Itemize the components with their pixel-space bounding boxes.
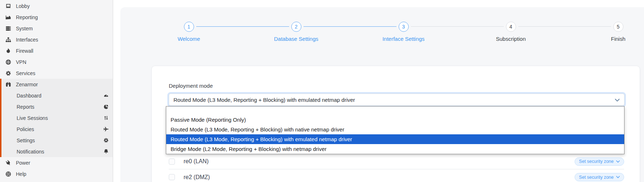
interface-name: re2 (DMZ) — [184, 174, 210, 181]
sidebar-item-notifications[interactable]: Notifications — [1, 146, 113, 157]
sidebar-item-zenarmor[interactable]: Zenarmor — [1, 79, 113, 90]
chevron-down-icon — [616, 176, 620, 178]
sidebar-item-label: Dashboard — [17, 93, 42, 99]
sidebar-item-lobby[interactable]: Lobby — [0, 0, 113, 12]
plane-icon — [103, 126, 109, 132]
set-security-zone-button[interactable]: Set security zone — [575, 157, 624, 166]
step-database-settings[interactable]: 2 Database Settings — [242, 22, 350, 42]
sidebar-item-label: Live Sessions — [17, 115, 48, 121]
pie-chart-icon — [103, 104, 109, 109]
sidebar-item-label: Interfaces — [16, 37, 38, 43]
step-subscription[interactable]: 4 Subscription — [457, 22, 564, 42]
sidebar-item-label: Services — [16, 70, 35, 76]
area-chart-icon — [5, 14, 12, 20]
step-label: Welcome — [177, 36, 200, 42]
sitemap-icon — [5, 37, 12, 43]
sidebar-item-label: VPN — [16, 59, 26, 65]
sidebar-item-settings[interactable]: Settings — [1, 135, 113, 146]
plug-icon — [5, 160, 12, 166]
interface-checkbox[interactable] — [169, 174, 175, 180]
exchange-icon — [103, 115, 109, 121]
sidebar-item-label: Policies — [17, 126, 34, 132]
sidebar-item-policies[interactable]: Policies — [1, 124, 113, 135]
sidebar-item-label: System — [16, 26, 33, 31]
step-interface-settings[interactable]: 3 Interface Settings — [350, 22, 457, 42]
step-label: Interface Settings — [382, 36, 425, 42]
life-ring-icon — [5, 171, 12, 177]
step-label: Finish — [611, 36, 625, 42]
wizard-panel: 1 Welcome 2 Database Settings 3 Interfac… — [120, 7, 644, 182]
sidebar-item-system[interactable]: System — [0, 23, 113, 34]
gauge-icon — [103, 93, 109, 98]
server-icon — [5, 26, 12, 31]
step-connector — [196, 26, 289, 27]
sidebar-item-label: Lobby — [16, 3, 30, 9]
sidebar-item-label: Power — [16, 160, 30, 166]
sidebar-item-dashboard[interactable]: Dashboard — [1, 90, 113, 101]
dropdown-option-routed-emulated[interactable]: Routed Mode (L3 Mode, Reporting + Blocki… — [166, 134, 624, 144]
sidebar-item-help[interactable]: Help — [0, 168, 113, 179]
step-connector — [411, 26, 504, 27]
step-label: Subscription — [496, 36, 526, 42]
deployment-mode-select[interactable]: Routed Mode (L3 Mode, Reporting + Blocki… — [169, 94, 624, 106]
bell-icon — [103, 149, 109, 154]
sidebar-item-services[interactable]: Services — [0, 68, 113, 79]
gear-icon — [5, 70, 12, 76]
sidebar-item-vpn[interactable]: VPN — [0, 56, 113, 68]
chevron-down-icon — [616, 160, 620, 163]
interface-name: re0 (LAN) — [184, 158, 209, 165]
binoculars-icon — [5, 82, 12, 87]
interface-checkbox[interactable] — [169, 159, 175, 165]
step-number: 1 — [184, 22, 194, 32]
sidebar-item-label: Notifications — [17, 149, 44, 155]
step-number: 3 — [399, 22, 409, 32]
gear-icon — [103, 138, 109, 143]
sidebar-item-reporting[interactable]: Reporting — [0, 12, 113, 23]
dropdown-option-routed-native[interactable]: Routed Mode (L3 Mode, Reporting + Blocki… — [166, 125, 624, 134]
step-number: 4 — [506, 22, 516, 32]
sidebar-item-label: Reports — [17, 104, 34, 110]
step-welcome[interactable]: 1 Welcome — [135, 22, 242, 42]
dropdown-option-bridge[interactable]: Bridge Mode (L2 Mode, Reporting + Blocki… — [166, 144, 624, 154]
sidebar-item-label: Reporting — [16, 14, 38, 20]
sidebar: Lobby Reporting System Interfaces Firewa… — [0, 0, 113, 182]
sidebar-item-power[interactable]: Power — [0, 157, 113, 168]
laptop-icon — [5, 3, 12, 9]
set-security-zone-button[interactable]: Set security zone — [575, 173, 624, 181]
chevron-down-icon — [615, 97, 620, 103]
sidebar-item-interfaces[interactable]: Interfaces — [0, 34, 113, 45]
sidebar-item-live-sessions[interactable]: Live Sessions — [1, 112, 113, 124]
interface-settings-card: Deployment mode Routed Mode (L3 Mode, Re… — [151, 66, 640, 182]
sidebar-group-zenarmor: Zenarmor Dashboard Reports Live Sessions… — [0, 79, 113, 157]
dropdown-option[interactable] — [166, 107, 624, 115]
step-number: 5 — [613, 22, 623, 32]
step-connector — [304, 26, 396, 27]
interface-list: re0 (LAN) Set security zone re2 (DMZ) Se… — [169, 154, 624, 182]
step-finish[interactable]: 5 Finish — [564, 22, 644, 42]
step-connector — [518, 26, 611, 27]
zone-pill-label: Set security zone — [579, 175, 614, 180]
select-value: Routed Mode (L3 Mode, Reporting + Blocki… — [173, 97, 355, 103]
deployment-mode-label: Deployment mode — [169, 83, 213, 89]
step-label: Database Settings — [274, 36, 318, 42]
dropdown-option-passive[interactable]: Passive Mode (Reporting Only) — [166, 115, 624, 125]
sidebar-item-label: Help — [16, 171, 26, 177]
deployment-mode-dropdown: Passive Mode (Reporting Only) Routed Mod… — [166, 106, 624, 154]
globe-icon — [5, 59, 12, 65]
sidebar-item-label: Settings — [17, 138, 35, 143]
interface-row-re0: re0 (LAN) Set security zone — [169, 154, 624, 169]
wizard-stepper: 1 Welcome 2 Database Settings 3 Interfac… — [135, 22, 644, 42]
zone-pill-label: Set security zone — [579, 159, 614, 164]
sidebar-item-firewall[interactable]: Firewall — [0, 45, 113, 56]
sidebar-item-label: Firewall — [16, 48, 33, 54]
sidebar-item-reports[interactable]: Reports — [1, 101, 113, 112]
interface-row-re2: re2 (DMZ) Set security zone — [169, 169, 624, 182]
sidebar-item-label: Zenarmor — [16, 82, 38, 87]
fire-icon — [5, 48, 12, 54]
step-number: 2 — [291, 22, 301, 32]
